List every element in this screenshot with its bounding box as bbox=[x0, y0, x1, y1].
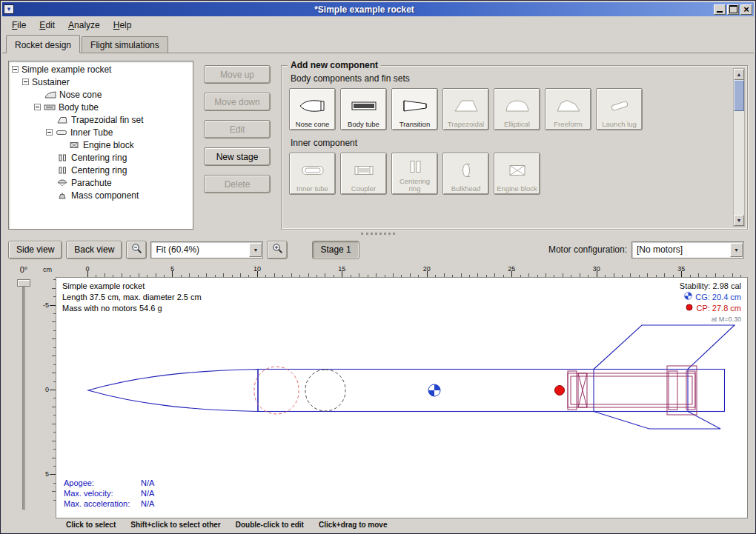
cg-icon bbox=[684, 292, 692, 303]
max-velocity-label: Max. velocity: bbox=[64, 488, 141, 498]
component-button-label: Body tube bbox=[348, 121, 379, 128]
minimize-button[interactable] bbox=[714, 4, 726, 15]
centering-ring-icon bbox=[56, 167, 68, 174]
back-view-button[interactable]: Back view bbox=[66, 241, 122, 259]
apogee-value: N/A bbox=[141, 478, 154, 488]
tree-item-label: Body tube bbox=[59, 102, 99, 113]
component-panel-scrollbar[interactable] bbox=[733, 68, 745, 227]
component-button-label: Bulkhead bbox=[451, 185, 481, 193]
mass-component-icon bbox=[56, 192, 68, 199]
add-elliptical-fin-button[interactable]: Elliptical bbox=[494, 88, 540, 130]
zoom-in-button[interactable] bbox=[267, 241, 288, 259]
component-button-label: Launch lug bbox=[602, 121, 636, 128]
add-body-tube-button[interactable]: Body tube bbox=[340, 88, 387, 130]
cg-value: CG: 20.4 cm bbox=[695, 292, 741, 303]
scroll-up-icon[interactable] bbox=[734, 69, 744, 80]
slider-thumb[interactable] bbox=[17, 279, 30, 287]
add-nose-cone-button[interactable]: Nose cone bbox=[289, 88, 336, 130]
tree-item-label: Sustainer bbox=[32, 77, 70, 87]
tree-item-label: Mass component bbox=[71, 190, 139, 201]
add-coupler-button[interactable]: Coupler bbox=[340, 153, 387, 195]
edit-button[interactable]: Edit bbox=[204, 120, 271, 138]
tree-item-rocket[interactable]: Simple example rocket bbox=[9, 63, 193, 76]
panel-splitter[interactable] bbox=[8, 230, 748, 237]
tab-rocket-design[interactable]: Rocket design bbox=[6, 35, 80, 53]
component-button-label: Engine block bbox=[497, 185, 537, 193]
scrollbar-thumb[interactable] bbox=[734, 80, 744, 111]
inner-component-label: Inner component bbox=[291, 138, 729, 148]
ruler-unit-label: cm bbox=[39, 265, 56, 277]
side-view-button[interactable]: Side view bbox=[8, 241, 62, 259]
tree-item-trapezoidal-fin-set[interactable]: Trapezoidal fin set bbox=[9, 113, 193, 126]
zoom-out-button[interactable] bbox=[126, 241, 147, 259]
collapse-icon[interactable] bbox=[34, 104, 41, 110]
add-freeform-fin-button[interactable]: Freeform bbox=[545, 88, 591, 130]
rocket-canvas[interactable]: Simple example rocket Length 37.5 cm, ma… bbox=[56, 277, 748, 518]
window-title: *Simple example rocket bbox=[16, 4, 712, 15]
move-up-button[interactable]: Move up bbox=[204, 65, 271, 84]
collapse-icon[interactable] bbox=[12, 66, 19, 73]
max-velocity-value: N/A bbox=[141, 488, 154, 498]
menu-help[interactable]: Help bbox=[107, 18, 139, 33]
launch-lug-icon bbox=[606, 91, 634, 121]
add-trapezoidal-fin-button[interactable]: Trapezoidal bbox=[442, 88, 489, 130]
add-bulkhead-button[interactable]: Bulkhead bbox=[442, 153, 489, 195]
rotation-slider[interactable] bbox=[8, 277, 39, 518]
rocket-info-block: Simple example rocket Length 37.5 cm, ma… bbox=[62, 281, 202, 314]
tree-item-sustainer[interactable]: Sustainer bbox=[9, 76, 193, 88]
window-menu-icon[interactable] bbox=[4, 4, 14, 14]
stage-1-toggle-button[interactable]: Stage 1 bbox=[312, 241, 359, 259]
cg-stat-row: CG: 20.4 cm bbox=[680, 292, 741, 303]
add-engine-block-button[interactable]: Engine block bbox=[494, 153, 540, 195]
menu-file[interactable]: File bbox=[5, 18, 33, 33]
hint-shift-click: Shift+click to select other bbox=[130, 521, 220, 529]
mach-condition: at M=0.30 bbox=[680, 314, 741, 325]
engine-block-icon bbox=[68, 141, 80, 149]
tree-item-label: Engine block bbox=[83, 140, 134, 150]
tree-item-nose-cone[interactable]: Nose cone bbox=[9, 88, 193, 101]
add-launch-lug-button[interactable]: Launch lug bbox=[596, 88, 643, 130]
vertical-ruler: -505 bbox=[39, 277, 56, 518]
add-inner-tube-button[interactable]: Inner tube bbox=[289, 153, 336, 195]
rocket-design-panel: Simple example rocket Sustainer Nose con… bbox=[2, 53, 754, 532]
tree-item-inner-tube[interactable]: Inner Tube bbox=[9, 126, 193, 138]
collapse-icon[interactable] bbox=[46, 129, 53, 136]
tree-item-parachute[interactable]: Parachute bbox=[9, 176, 193, 189]
tab-flight-simulations[interactable]: Flight simulations bbox=[82, 36, 168, 53]
menu-edit[interactable]: Edit bbox=[33, 18, 62, 33]
tree-item-label: Parachute bbox=[71, 178, 112, 188]
component-button-label: Elliptical bbox=[504, 121, 530, 128]
status-bar: Click to select Shift+click to select ot… bbox=[8, 518, 748, 530]
menu-analyze[interactable]: Analyze bbox=[62, 18, 107, 33]
new-stage-button[interactable]: New stage bbox=[204, 147, 271, 166]
move-down-button[interactable]: Move down bbox=[204, 93, 271, 111]
motor-configuration-select[interactable]: [No motors] bbox=[631, 241, 744, 258]
max-acceleration-value: N/A bbox=[141, 498, 154, 509]
component-button-label: Inner tube bbox=[296, 185, 328, 193]
maximize-button[interactable] bbox=[727, 4, 739, 15]
tree-item-engine-block[interactable]: Engine block bbox=[9, 138, 193, 151]
close-button[interactable] bbox=[740, 4, 752, 15]
chevron-down-icon[interactable] bbox=[730, 243, 743, 257]
body-tube-icon bbox=[350, 91, 378, 121]
collapse-icon[interactable] bbox=[22, 79, 29, 85]
slider-track bbox=[22, 283, 25, 510]
centering-ring-icon bbox=[56, 154, 68, 161]
component-tree[interactable]: Simple example rocket Sustainer Nose con… bbox=[8, 61, 193, 230]
title-bar[interactable]: *Simple example rocket bbox=[2, 2, 754, 16]
tree-item-mass-component[interactable]: Mass component bbox=[9, 189, 193, 201]
zoom-select[interactable]: Fit (60.4%) bbox=[150, 241, 263, 258]
delete-button[interactable]: Delete bbox=[204, 175, 271, 193]
tree-item-centering-ring-1[interactable]: Centering ring bbox=[9, 151, 193, 164]
add-centering-ring-button[interactable]: Centering ring bbox=[391, 153, 438, 195]
add-transition-button[interactable]: Transition bbox=[391, 88, 438, 130]
chevron-down-icon[interactable] bbox=[249, 243, 262, 257]
application-window: *Simple example rocket File Edit Analyze… bbox=[0, 0, 756, 534]
zoom-select-value: Fit (60.4%) bbox=[156, 244, 199, 255]
rocket-mass: Mass with no motors 54.6 g bbox=[62, 303, 202, 314]
rotation-control: 0° bbox=[8, 265, 39, 518]
tree-item-body-tube[interactable]: Body tube bbox=[9, 101, 193, 113]
scroll-down-icon[interactable] bbox=[734, 215, 744, 226]
body-tube-icon bbox=[44, 104, 56, 111]
tree-item-centering-ring-2[interactable]: Centering ring bbox=[9, 164, 193, 176]
